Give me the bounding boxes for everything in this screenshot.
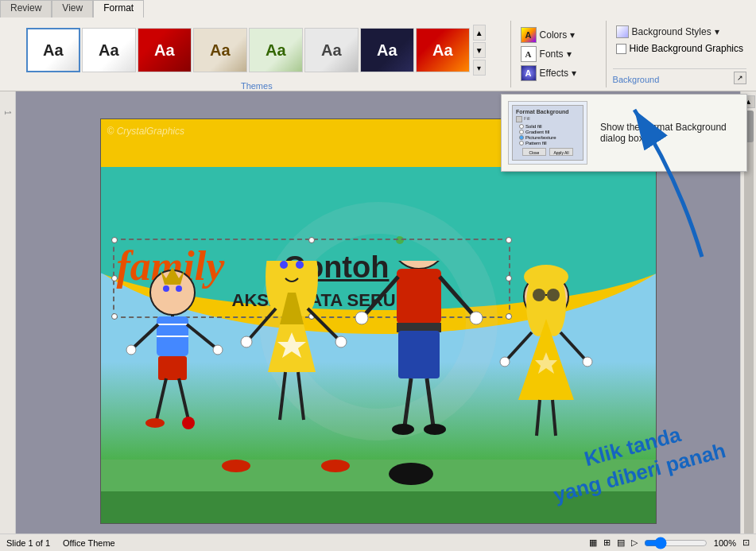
- svg-line-30: [280, 372, 285, 420]
- tabs-row: Review View Format: [0, 0, 144, 17]
- themes-label: Themes: [241, 81, 273, 91]
- tooltip-preview-inner: Format Background Fill Solid fill Gradie…: [512, 105, 583, 161]
- svg-point-51: [533, 289, 545, 301]
- svg-line-60: [537, 400, 540, 436]
- view-slide-sorter[interactable]: ⊞: [603, 537, 611, 548]
- bg-styles-dropdown-arrow[interactable]: ▾: [715, 26, 719, 37]
- svg-rect-36: [397, 269, 441, 324]
- bg-buttons-group: Background Styles ▾ Hide Background Grap…: [613, 24, 746, 56]
- theme-thumb-8[interactable]: Aa: [416, 28, 470, 72]
- svg-point-10: [126, 345, 136, 355]
- effects-icon: A: [521, 65, 537, 81]
- theme-thumb-1[interactable]: Aa: [26, 28, 80, 72]
- hide-bg-graphics-row: Hide Background Graphics: [613, 41, 746, 56]
- svg-point-52: [547, 289, 560, 301]
- svg-line-11: [187, 324, 216, 348]
- svg-line-13: [157, 378, 166, 420]
- background-styles-button[interactable]: Background Styles ▾: [613, 24, 746, 40]
- scrollbar-track: [744, 111, 754, 535]
- colors-button[interactable]: A Colors ▾: [518, 25, 599, 45]
- tab-view[interactable]: View: [52, 0, 93, 17]
- svg-line-9: [133, 324, 158, 348]
- svg-point-16: [182, 417, 195, 429]
- svg-rect-8: [158, 356, 187, 380]
- theme-thumb-7[interactable]: Aa: [360, 28, 414, 72]
- svg-point-21: [280, 261, 288, 269]
- svg-point-15: [145, 418, 165, 428]
- themes-scroll-down[interactable]: ▼: [473, 42, 486, 58]
- tab-format[interactable]: Format: [93, 0, 144, 17]
- svg-line-31: [298, 372, 304, 420]
- background-styles-label: Background Styles: [632, 26, 711, 37]
- background-styles-icon: [616, 25, 629, 38]
- svg-point-59: [583, 357, 592, 367]
- svg-point-64: [389, 463, 433, 485]
- arrow-annotation: [614, 98, 718, 268]
- themes-scroll-more[interactable]: ▾: [473, 60, 486, 76]
- themes-scroll-up[interactable]: ▲: [473, 25, 486, 41]
- colors-dropdown-arrow[interactable]: ▾: [570, 29, 575, 41]
- svg-point-32: [391, 261, 447, 269]
- svg-rect-38: [398, 331, 440, 378]
- theme-name: Office Theme: [63, 538, 115, 548]
- svg-line-44: [427, 378, 433, 426]
- svg-point-27: [241, 336, 252, 347]
- view-normal[interactable]: ▦: [589, 537, 597, 548]
- background-expand-button[interactable]: ↗: [734, 72, 746, 84]
- effects-dropdown-arrow[interactable]: ▾: [572, 68, 576, 79]
- status-bar: Slide 1 of 1 Office Theme ▦ ⊞ ▤ ▷ 100% ⊡: [0, 534, 756, 551]
- ribbon: Review View Format Aa Aa Aa Aa Aa Aa Aa …: [0, 0, 756, 91]
- themes-row: Aa Aa Aa Aa Aa Aa Aa Aa ▲ ▼ ▾: [20, 21, 494, 80]
- colors-label: Colors: [540, 29, 568, 41]
- effects-button[interactable]: A Effects ▾: [518, 64, 599, 83]
- svg-line-26: [248, 308, 276, 340]
- svg-point-50: [524, 265, 568, 289]
- main-area: 1 © CrystalGraphics © CrystalG... © Crys…: [0, 91, 756, 551]
- svg-line-14: [179, 378, 188, 420]
- view-slideshow[interactable]: ▷: [631, 537, 638, 548]
- theme-thumb-5[interactable]: Aa: [249, 28, 303, 72]
- hide-bg-graphics-label: Hide Background Graphics: [630, 43, 743, 54]
- fonts-icon: A: [521, 46, 537, 62]
- themes-scroll: ▲ ▼ ▾: [471, 24, 487, 76]
- svg-point-45: [392, 424, 414, 435]
- watermark-tl: © CrystalGraphics: [107, 126, 185, 137]
- background-section-label: Background: [613, 72, 660, 84]
- svg-line-39: [363, 277, 398, 316]
- fonts-label: Fonts: [540, 49, 564, 60]
- svg-line-58: [560, 332, 586, 360]
- tab-review[interactable]: Review: [0, 0, 52, 17]
- slide-canvas: © CrystalGraphics © CrystalG... © Crysta…: [16, 91, 740, 551]
- view-reading[interactable]: ▤: [617, 537, 625, 548]
- background-section: Background Styles ▾ Hide Background Grap…: [607, 21, 753, 87]
- svg-point-2: [163, 285, 169, 292]
- fonts-dropdown-arrow[interactable]: ▾: [567, 49, 572, 60]
- svg-line-41: [440, 277, 475, 316]
- zoom-slider[interactable]: [644, 537, 708, 549]
- svg-point-3: [176, 285, 182, 292]
- svg-line-56: [506, 332, 532, 360]
- svg-point-57: [500, 357, 510, 367]
- slide-count: Slide 1 of 1: [6, 538, 50, 548]
- hide-bg-graphics-checkbox[interactable]: [616, 44, 626, 54]
- svg-point-62: [222, 460, 250, 472]
- theme-thumb-4[interactable]: Aa: [193, 28, 247, 72]
- svg-point-40: [355, 312, 368, 324]
- svg-line-28: [308, 308, 339, 340]
- theme-thumb-6[interactable]: Aa: [304, 28, 359, 72]
- colors-icon: A: [521, 27, 537, 43]
- status-right: ▦ ⊞ ▤ ▷ 100% ⊡: [589, 537, 750, 549]
- svg-point-63: [321, 460, 350, 472]
- svg-point-29: [335, 336, 347, 347]
- arrow-svg: [614, 98, 718, 265]
- slide-panel-label: 1: [3, 111, 12, 115]
- tooltip-preview-image: Format Background Fill Solid fill Gradie…: [508, 101, 587, 165]
- theme-thumb-2[interactable]: Aa: [82, 28, 136, 72]
- svg-point-12: [213, 345, 223, 355]
- fit-to-window[interactable]: ⊡: [742, 537, 750, 548]
- svg-point-46: [424, 424, 446, 435]
- svg-line-61: [552, 400, 556, 436]
- effects-label: Effects: [540, 68, 568, 79]
- theme-thumb-3[interactable]: Aa: [138, 28, 192, 72]
- fonts-button[interactable]: A Fonts ▾: [518, 45, 599, 64]
